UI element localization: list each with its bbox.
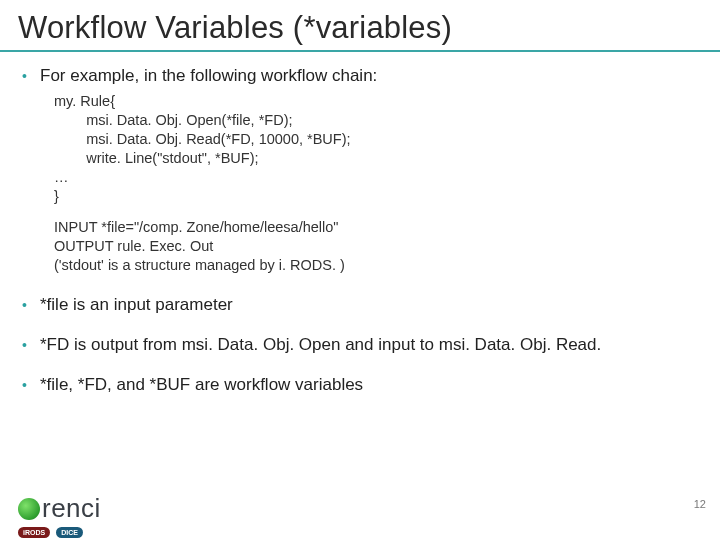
renci-logo: renci bbox=[18, 493, 101, 524]
input-line: INPUT *file="/comp. Zone/home/leesa/hell… bbox=[54, 218, 702, 237]
intro-bullet: • For example, in the following workflow… bbox=[18, 66, 702, 86]
slide-content: • For example, in the following workflow… bbox=[0, 66, 720, 395]
code-line: my. Rule{ bbox=[54, 92, 702, 111]
secondary-bullets: • *file is an input parameter • *FD is o… bbox=[18, 295, 702, 395]
io-block: INPUT *file="/comp. Zone/home/leesa/hell… bbox=[54, 218, 702, 275]
renci-text: renci bbox=[42, 493, 101, 523]
output-line: OUTPUT rule. Exec. Out bbox=[54, 237, 702, 256]
bullet-text: *FD is output from msi. Data. Obj. Open … bbox=[40, 335, 601, 355]
slide-footer: 12 renci iRODS DICE bbox=[0, 488, 720, 540]
intro-text: For example, in the following workflow c… bbox=[40, 66, 377, 86]
bullet-icon: • bbox=[18, 295, 40, 315]
bullet-text: *file, *FD, and *BUF are workflow variab… bbox=[40, 375, 363, 395]
bullet-icon: • bbox=[18, 335, 40, 355]
title-divider bbox=[0, 50, 720, 52]
code-example: my. Rule{ msi. Data. Obj. Open(*file, *F… bbox=[54, 92, 702, 206]
badge-row: iRODS DICE bbox=[18, 527, 83, 538]
bullet-item: • *file is an input parameter bbox=[18, 295, 702, 315]
code-line: } bbox=[54, 187, 702, 206]
globe-icon bbox=[18, 498, 40, 520]
code-line: write. Line("stdout", *BUF); bbox=[54, 149, 702, 168]
code-line: msi. Data. Obj. Open(*file, *FD); bbox=[54, 111, 702, 130]
irods-badge: iRODS bbox=[18, 527, 50, 538]
bullet-icon: • bbox=[18, 375, 40, 395]
code-line: … bbox=[54, 168, 702, 187]
bullet-icon: • bbox=[18, 66, 40, 86]
slide-title: Workflow Variables (*variables) bbox=[0, 0, 720, 50]
dice-badge: DICE bbox=[56, 527, 83, 538]
code-line: msi. Data. Obj. Read(*FD, 10000, *BUF); bbox=[54, 130, 702, 149]
bullet-item: • *FD is output from msi. Data. Obj. Ope… bbox=[18, 335, 702, 355]
bullet-item: • *file, *FD, and *BUF are workflow vari… bbox=[18, 375, 702, 395]
note-line: ('stdout' is a structure managed by i. R… bbox=[54, 256, 702, 275]
bullet-text: *file is an input parameter bbox=[40, 295, 233, 315]
page-number: 12 bbox=[694, 498, 706, 510]
